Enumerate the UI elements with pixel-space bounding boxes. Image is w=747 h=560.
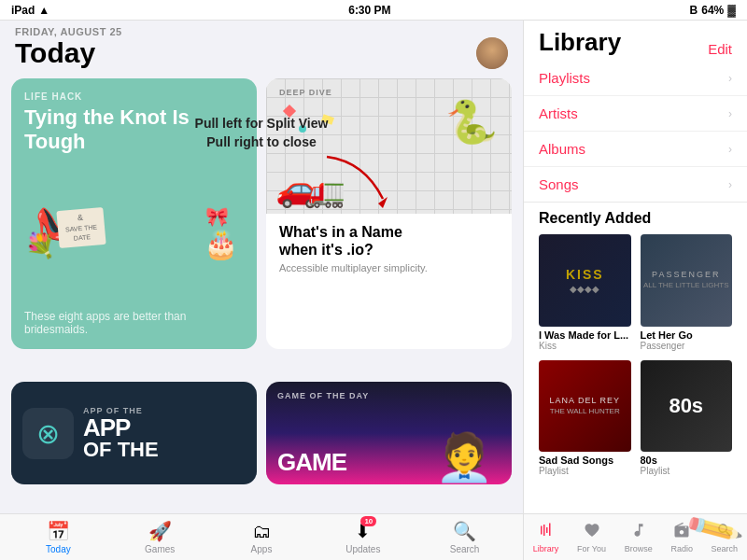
album-kiss[interactable]: KISS ◆◆◆◆ I Was Made for L... Kiss <box>539 234 631 351</box>
tab-today-icon: 📅 <box>47 520 70 542</box>
appstore-today-panel: FRIDAY, AUGUST 25 Today Pull left for Sp… <box>0 21 523 560</box>
album-passenger-artist: Passenger <box>641 341 733 351</box>
menu-artists[interactable]: Artists › <box>524 96 747 132</box>
status-left: iPad ▲ <box>11 4 49 17</box>
tab-today[interactable]: 📅 Today <box>7 520 109 554</box>
albums-chevron: › <box>728 143 732 156</box>
recently-added-title: Recently Added <box>539 210 732 227</box>
songs-chevron: › <box>728 178 732 191</box>
music-tab-foryou-label: For You <box>577 544 606 553</box>
bluetooth-icon: B <box>690 4 698 17</box>
library-edit-button[interactable]: Edit <box>708 41 732 57</box>
battery-level: 64% <box>701 4 724 17</box>
music-tab-foryou[interactable]: For You <box>577 522 606 553</box>
menu-albums[interactable]: Albums › <box>524 132 747 167</box>
app-card-name: APP <box>83 415 159 440</box>
main-content: FRIDAY, AUGUST 25 Today Pull left for Sp… <box>0 21 747 560</box>
deepdive-top: DEEP DIVE 🐍 🚗 🚛 <box>266 78 512 214</box>
recently-added-section: Recently Added KISS ◆◆◆◆ I Was Made for … <box>524 203 747 480</box>
wedding-illustration: 👠 🎀 &SAVE THE DATE 🎂 💐 <box>21 176 247 316</box>
album-80s-title: 80s <box>641 455 733 466</box>
status-time: 6:30 PM <box>348 4 390 17</box>
library-header: Library Edit <box>524 21 747 61</box>
playlists-chevron: › <box>728 72 732 85</box>
deepdive-title-line1: What's in a Name <box>279 223 499 241</box>
tab-games[interactable]: 🚀 Games <box>109 520 211 554</box>
music-tab-browse-icon <box>630 522 647 543</box>
today-header: FRIDAY, AUGUST 25 Today <box>0 21 523 73</box>
album-sad-songs-artist: Playlist <box>539 466 631 476</box>
music-tab-foryou-icon <box>584 522 600 543</box>
lifehack-title: Tying the Knot Is Tough <box>24 105 244 155</box>
music-tab-library-icon <box>538 522 555 543</box>
app-of-day-icon: ⊗ <box>22 408 74 459</box>
music-library-panel: Library Edit Playlists › Artists › Album… <box>523 21 747 560</box>
library-title: Library <box>539 28 621 57</box>
album-80s[interactable]: 80s 80s Playlist <box>641 360 733 477</box>
album-kiss-artist: Kiss <box>539 341 631 351</box>
app-of-day-text: APP OF THE APP OF THE <box>83 406 159 460</box>
tab-bar: 📅 Today 🚀 Games 🗂 Apps ⬇ 10 Updates 🔍 <box>0 513 523 560</box>
album-art-kiss: KISS ◆◆◆◆ <box>539 234 631 327</box>
deepdive-bottom: What's in a Name when it's .io? Accessib… <box>266 214 512 349</box>
avatar[interactable] <box>476 37 508 69</box>
albums-label: Albums <box>539 141 585 157</box>
updates-badge: 10 <box>360 516 376 526</box>
songs-label: Songs <box>539 176 579 192</box>
album-art-passenger: PASSENGER ALL THE LITTLE LIGHTS <box>641 234 733 327</box>
carrier-label: iPad <box>11 4 35 17</box>
status-right: B 64% ▓ <box>690 4 736 17</box>
menu-playlists[interactable]: Playlists › <box>524 61 747 96</box>
tab-today-label: Today <box>46 544 71 554</box>
status-bar: iPad ▲ 6:30 PM B 64% ▓ <box>0 0 747 21</box>
music-tab-radio-label: Radio <box>670 544 693 553</box>
tab-updates[interactable]: ⬇ 10 Updates <box>312 520 414 554</box>
album-art-80s: 80s <box>641 360 733 453</box>
music-tab-library[interactable]: Library <box>533 522 559 553</box>
album-art-sad-songs: LANA DEL REY THE WALL HUNTER <box>539 360 631 453</box>
deepdive-description: Accessible multiplayer simplicity. <box>279 262 499 273</box>
today-date: FRIDAY, AUGUST 25 <box>15 26 508 37</box>
album-80s-artist: Playlist <box>641 466 733 476</box>
tab-search-icon: 🔍 <box>453 520 476 542</box>
app-card-name2: OF THE <box>83 440 159 460</box>
albums-grid: KISS ◆◆◆◆ I Was Made for L... Kiss PASSE… <box>539 234 732 476</box>
card-game-of-day[interactable]: GAME OF THE DAY GAME 🧑‍💼 <box>266 382 512 484</box>
tab-games-icon: 🚀 <box>148 520 172 542</box>
album-passenger-title: Let Her Go <box>641 329 733 341</box>
tab-search-label: Search <box>450 544 480 554</box>
today-title-row: Today <box>15 37 508 69</box>
deepdive-title-line2: when it's .io? <box>279 241 499 259</box>
album-kiss-title: I Was Made for L... <box>539 329 631 341</box>
artists-label: Artists <box>539 105 578 121</box>
lifehack-subtitle: These eight apps are better than bridesm… <box>24 310 244 336</box>
album-sad-songs[interactable]: LANA DEL REY THE WALL HUNTER Sad Sad Son… <box>539 360 631 477</box>
tab-search[interactable]: 🔍 Search <box>414 520 515 554</box>
menu-songs[interactable]: Songs › <box>524 167 747 202</box>
tab-games-label: Games <box>145 544 175 554</box>
tab-updates-wrap: ⬇ 10 <box>355 520 371 542</box>
today-title-text: Today <box>15 37 95 69</box>
wifi-icon: ▲ <box>38 4 49 17</box>
playlists-label: Playlists <box>539 70 590 86</box>
battery-icon: ▓ <box>727 4 736 17</box>
library-menu: Playlists › Artists › Albums › Songs › <box>524 61 747 203</box>
card-app-of-day[interactable]: ⊗ APP OF THE APP OF THE ✏️ <box>11 382 257 484</box>
tab-updates-label: Updates <box>345 544 380 554</box>
album-passenger[interactable]: PASSENGER ALL THE LITTLE LIGHTS Let Her … <box>641 234 733 351</box>
cards-container: LIFE HACK Tying the Knot Is Tough 👠 🎀 &S… <box>0 73 523 513</box>
tab-apps-icon: 🗂 <box>252 521 271 542</box>
album-sad-songs-title: Sad Sad Songs <box>539 455 631 466</box>
tab-apps-label: Apps <box>251 544 273 554</box>
game-category: GAME OF THE DAY <box>277 391 369 400</box>
card-lifehack[interactable]: LIFE HACK Tying the Knot Is Tough 👠 🎀 &S… <box>11 78 257 349</box>
tab-apps[interactable]: 🗂 Apps <box>211 521 313 554</box>
card-deepdive[interactable]: DEEP DIVE 🐍 🚗 🚛 What's in a Name when it… <box>266 78 512 349</box>
game-title: GAME <box>277 448 346 477</box>
lifehack-category: LIFE HACK <box>24 91 244 102</box>
deepdive-category: DEEP DIVE <box>279 88 499 97</box>
music-tab-browse[interactable]: Browse <box>625 522 653 553</box>
music-tab-browse-label: Browse <box>625 544 653 553</box>
music-tab-library-label: Library <box>533 544 559 553</box>
artists-chevron: › <box>728 107 732 120</box>
